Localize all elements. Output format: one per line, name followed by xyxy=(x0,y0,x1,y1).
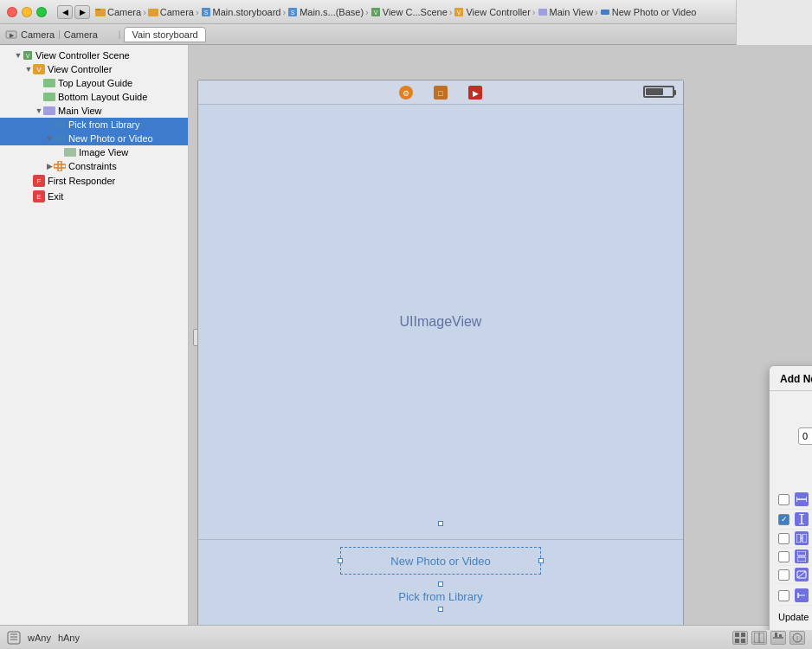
aspectratio-checkbox[interactable] xyxy=(778,569,789,581)
bc-sep5: › xyxy=(449,7,453,17)
equalheights-checkbox[interactable] xyxy=(778,551,789,562)
vc-icon: V xyxy=(454,7,464,17)
bc-vc[interactable]: V View Controller xyxy=(454,7,530,17)
sidebar-item-picklibrary[interactable]: Pick from Library xyxy=(0,118,188,132)
phone-frame: ⚙ □ ▶ UIImageView xyxy=(197,80,684,627)
sidebar-label-constraints: Constraints xyxy=(68,161,117,171)
bc-sep7: › xyxy=(595,7,598,17)
height-checkbox[interactable] xyxy=(778,514,789,525)
sidebar-item-constraints[interactable]: Constraints xyxy=(0,159,188,173)
sidebar-label-fr: First Responder xyxy=(48,176,115,186)
cp-row-width: Width 600 ▾ xyxy=(778,490,812,510)
handle-right xyxy=(538,558,544,563)
tree-arrow-mainview xyxy=(35,106,43,115)
sidebar-section: V View Controller Scene V View Controlle… xyxy=(0,45,188,208)
left-spacing-value: 0 xyxy=(802,431,808,441)
cp-row-equalwidths: = Equal Widths xyxy=(778,530,812,548)
storyboard-icon2: S xyxy=(287,7,298,17)
issues-icon[interactable]: ! xyxy=(789,631,805,645)
sidebar-item-toplayout[interactable]: Top Layout Guide xyxy=(0,76,188,90)
width-checkbox[interactable] xyxy=(778,494,789,505)
svg-rect-11 xyxy=(538,9,547,16)
phone-status-bar: ⚙ □ ▶ xyxy=(198,80,683,105)
imgview-icon xyxy=(64,148,76,157)
close-button[interactable] xyxy=(7,7,17,17)
svg-text:V: V xyxy=(373,10,377,16)
align-bottom-icon[interactable] xyxy=(770,631,786,645)
canvas-area: ‹ ⚙ □ ▶ xyxy=(189,45,812,630)
sidebar-item-mainview[interactable]: Main View xyxy=(0,104,188,118)
vc-icon: V xyxy=(33,64,45,74)
bc-camera2[interactable]: Camera xyxy=(148,7,194,17)
bc-newphoto[interactable]: New Photo or Video xyxy=(600,7,697,17)
svg-rect-57 xyxy=(741,633,745,637)
maximize-button[interactable] xyxy=(36,7,47,17)
phone-content-area: UIImageView xyxy=(198,105,683,539)
pick-library-label[interactable]: Pick from Library xyxy=(398,590,483,603)
svg-rect-12 xyxy=(601,10,609,15)
width-constraint-icon xyxy=(796,495,807,504)
bc-camera1[interactable]: Camera xyxy=(95,7,141,17)
mainview-icon xyxy=(538,7,548,17)
bc-mainsbase[interactable]: S Main.s...(Base) xyxy=(287,7,364,17)
grid-icon-svg xyxy=(735,633,745,643)
align-checkbox[interactable] xyxy=(778,590,789,601)
bottom-bar: wAny hAny ! xyxy=(0,625,812,649)
align-icon-svg xyxy=(796,591,807,600)
sidebar-item-bottomlayout[interactable]: Bottom Layout Guide xyxy=(0,90,188,104)
pick-handle-bottom xyxy=(438,607,443,612)
svg-rect-46 xyxy=(797,551,806,556)
sidebar-item-firstresponder[interactable]: F First Responder xyxy=(0,173,188,189)
minimize-button[interactable] xyxy=(22,7,32,17)
svg-text:□: □ xyxy=(438,89,443,98)
svg-rect-47 xyxy=(797,557,806,562)
issues-icon-svg: ! xyxy=(792,633,802,643)
svg-text:S: S xyxy=(203,10,208,16)
imageview-label: UIImageView xyxy=(400,314,482,330)
svg-rect-24 xyxy=(64,148,76,157)
align-bottom-icon-svg xyxy=(773,633,783,643)
cp-row-height: Height 30 ▾ xyxy=(778,510,812,530)
phone-buttons-area: New Photo or Video Pick from Library xyxy=(198,539,683,626)
sidebar-label-scene: View Controller Scene xyxy=(35,50,130,61)
vain-tab-label[interactable]: Vain storyboard xyxy=(124,27,205,42)
sidebar-item-vc[interactable]: V View Controller xyxy=(0,62,188,76)
tree-arrow-scene xyxy=(14,51,23,60)
svg-rect-63 xyxy=(775,633,777,637)
bc-label2: Camera xyxy=(160,7,194,17)
scene-icon: V xyxy=(23,50,33,61)
btn-icon xyxy=(54,120,66,129)
cp-update-row: Update Frames None ▾ xyxy=(778,606,812,628)
folder-icon xyxy=(95,7,106,17)
left-spacing-input[interactable]: 0 ▾ xyxy=(798,427,812,445)
svg-text:S: S xyxy=(291,10,295,16)
spacing-middle-row: 0 ▾ 0 ▾ xyxy=(778,427,812,445)
spacing-to-neighbor-label: Spacing to nearest neighbor xyxy=(778,472,812,483)
svg-text:V: V xyxy=(26,53,30,59)
bc-label7: Main View xyxy=(550,7,594,17)
sidebar-item-scene[interactable]: V View Controller Scene xyxy=(0,48,188,62)
sidebar-item-imageview[interactable]: Image View xyxy=(0,145,188,159)
svg-rect-1 xyxy=(95,9,100,10)
svg-text:V: V xyxy=(457,10,461,16)
mainview-icon xyxy=(43,106,55,115)
constraints-icon xyxy=(54,161,66,171)
sidebar-label-picklibrary: Pick from Library xyxy=(68,119,140,130)
sidebar-item-exit[interactable]: E Exit xyxy=(0,189,188,204)
window-controls[interactable] xyxy=(7,7,47,17)
forward-button[interactable]: ▶ xyxy=(74,5,90,19)
svg-rect-64 xyxy=(779,634,782,637)
bc-mainview[interactable]: Main View xyxy=(538,7,594,17)
svg-text:▶: ▶ xyxy=(473,89,479,98)
sidebar-label-exit: Exit xyxy=(48,191,63,202)
svg-rect-21 xyxy=(43,106,55,115)
back-button[interactable]: ◀ xyxy=(57,5,73,19)
new-photo-label[interactable]: New Photo or Video xyxy=(390,555,490,568)
layout-icon[interactable] xyxy=(751,631,767,645)
bc-label8: New Photo or Video xyxy=(612,7,697,17)
sidebar-item-newphoto[interactable]: New Photo or Video xyxy=(0,132,188,145)
equalwidths-checkbox[interactable] xyxy=(778,533,789,544)
bc-vcscene[interactable]: V View C...Scene xyxy=(371,7,448,17)
grid-icon[interactable] xyxy=(732,631,748,645)
bc-mainstoryboard[interactable]: S Main.storyboard xyxy=(201,7,281,17)
